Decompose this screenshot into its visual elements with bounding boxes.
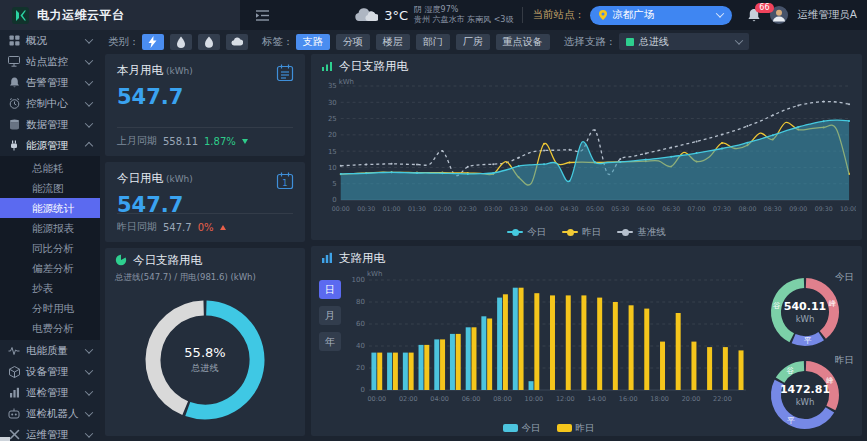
delta-value: 1.87% — [204, 136, 236, 147]
today-branch-line-panel: 今日支路用电 kWh0510152025303500:0000:3001:000… — [311, 54, 862, 240]
svg-text:30: 30 — [328, 99, 337, 107]
site-selector[interactable]: 凉都广场 — [590, 6, 732, 25]
dashboard-icon — [8, 35, 20, 47]
sidebar-collapse-button[interactable] — [256, 10, 269, 21]
legend-today[interactable]: 今日 — [503, 422, 541, 435]
sidebar-item-meter-reading[interactable]: 抄表 — [0, 278, 100, 298]
chevron-down-icon — [716, 9, 724, 17]
svg-text:平: 平 — [804, 336, 812, 345]
period-month-button[interactable]: 月 — [319, 306, 341, 325]
cloud-icon — [354, 8, 378, 22]
svg-text:02:00: 02:00 — [433, 205, 451, 212]
compare-label: 昨日同期 — [117, 220, 157, 234]
sidebar-item-tou-power[interactable]: 分时用电 — [0, 298, 100, 318]
sidebar-item-yoy-analysis[interactable]: 同比分析 — [0, 238, 100, 258]
line-chart: kWh0510152025303500:0000:3001:0001:3002:… — [311, 78, 862, 224]
calendar-day-icon: 1 — [275, 171, 295, 191]
svg-text:09:30: 09:30 — [815, 205, 833, 212]
svg-text:峰: 峰 — [829, 298, 837, 307]
category-electricity-button[interactable] — [142, 34, 164, 50]
sidebar-item-alarm-mgmt[interactable]: 告警管理 — [0, 72, 100, 93]
tag-plant-button[interactable]: 厂房 — [456, 34, 490, 50]
brand: 电力运维云平台 — [0, 0, 240, 30]
sidebar-item-control-center[interactable]: 控制中心 — [0, 93, 100, 114]
notification-bell[interactable]: 66 — [747, 8, 761, 23]
branch-donut-chart: 55.8% 总进线 — [105, 284, 305, 436]
app-logo-icon — [12, 7, 29, 24]
sidebar-item-power-quality[interactable]: 电能质量 — [0, 340, 100, 361]
period-year-button[interactable]: 年 — [319, 332, 341, 351]
sidebar-item-fee-analysis[interactable]: 电费分析 — [0, 318, 100, 338]
pie-chart-icon — [115, 254, 127, 266]
svg-text:100: 100 — [352, 276, 365, 284]
category-water-button[interactable] — [170, 34, 192, 50]
category-label: 类别 : — [108, 35, 136, 49]
alarm-bell-icon — [8, 77, 20, 89]
chevron-down-icon — [85, 408, 93, 416]
sidebar-item-total-energy[interactable]: 总能耗 — [0, 158, 100, 178]
weather-location: 贵州 六盘水市 东南风 <3级 — [414, 15, 513, 25]
branch-select[interactable]: 总进线 — [619, 33, 749, 50]
chevron-down-icon — [85, 429, 93, 437]
panel-title: 今日支路用电 — [133, 253, 202, 268]
compare-row: 昨日同期 547.7 0% — [117, 213, 293, 234]
horizontal-scrollbar-thumb[interactable] — [0, 437, 10, 441]
main-content: 类别 : 标签 : 支路 分项 楼层 部门 厂房 重点设备 选择支路 : 总进线 — [100, 30, 867, 441]
category-gas-button[interactable] — [226, 34, 248, 50]
sidebar-item-overview[interactable]: 概况 — [0, 30, 100, 51]
line-legend: 今日 昨日 基准线 — [311, 224, 862, 240]
svg-text:04:00: 04:00 — [535, 205, 553, 212]
svg-text:20:00: 20:00 — [682, 395, 701, 403]
sidebar-item-deviation-analysis[interactable]: 偏差分析 — [0, 258, 100, 278]
compare-value: 547.7 — [163, 222, 192, 233]
chevron-down-icon — [85, 387, 93, 395]
sidebar-item-site-monitor[interactable]: 站点监控 — [0, 51, 100, 72]
sidebar-item-device-mgmt[interactable]: 设备管理 — [0, 361, 100, 382]
svg-text:40: 40 — [356, 342, 365, 350]
user-name[interactable]: 运维管理员A — [797, 8, 857, 22]
period-day-button[interactable]: 日 — [319, 280, 341, 299]
chevron-down-icon — [85, 345, 93, 353]
lightning-icon — [148, 36, 157, 48]
svg-text:5: 5 — [332, 180, 336, 188]
panel-header: 今日支路用电 — [105, 248, 305, 272]
card-title: 本月用电 — [117, 63, 163, 77]
sidebar-item-inspection-robot[interactable]: 巡检机器人 — [0, 403, 100, 424]
tou-donut-label: 昨日 — [835, 354, 854, 367]
calendar-icon — [275, 63, 295, 83]
svg-text:20: 20 — [328, 131, 337, 139]
legend-today[interactable]: 今日 — [507, 226, 546, 239]
bar-legend: 今日 昨日 — [345, 420, 752, 436]
legend-yesterday[interactable]: 昨日 — [557, 422, 595, 435]
legend-baseline[interactable]: 基准线 — [617, 226, 666, 239]
sidebar-item-ops-mgmt[interactable]: 运维管理 — [0, 424, 100, 441]
sidebar-item-inspection-mgmt[interactable]: 巡检管理 — [0, 382, 100, 403]
flame-icon — [204, 36, 214, 48]
current-site-label: 当前站点 : — [532, 8, 581, 22]
chevron-down-icon — [85, 366, 93, 374]
sidebar-item-energy-flow[interactable]: 能流图 — [0, 178, 100, 198]
panel-title: 支路用电 — [339, 251, 385, 266]
svg-text:平: 平 — [787, 415, 795, 424]
tag-key-equipment-button[interactable]: 重点设备 — [496, 34, 550, 50]
svg-text:02:30: 02:30 — [459, 205, 477, 212]
tag-floor-button[interactable]: 楼层 — [376, 34, 410, 50]
temperature: 3°C — [384, 8, 408, 23]
right-column: 今日支路用电 kWh0510152025303500:0000:3001:000… — [311, 54, 862, 436]
weather-humidity: 湿度97% — [425, 5, 459, 14]
svg-text:kWh: kWh — [367, 270, 382, 278]
svg-text:03:00: 03:00 — [484, 205, 502, 212]
sidebar-item-energy-stats[interactable]: 能源统计 — [0, 198, 100, 218]
sidebar-item-energy-mgmt[interactable]: 能源管理 — [0, 135, 100, 156]
svg-text:35: 35 — [328, 82, 337, 90]
legend-yesterday[interactable]: 昨日 — [562, 226, 601, 239]
sidebar-item-energy-report[interactable]: 能源报表 — [0, 218, 100, 238]
tag-branch-button[interactable]: 支路 — [296, 34, 330, 50]
control-gauge-icon — [8, 98, 20, 110]
category-fire-button[interactable] — [198, 34, 220, 50]
tou-donut-today: 今日 峰平谷 540.11 kWh — [752, 270, 858, 353]
svg-text:06:30: 06:30 — [662, 205, 680, 212]
sidebar-item-data-mgmt[interactable]: 数据管理 — [0, 114, 100, 135]
tag-department-button[interactable]: 部门 — [416, 34, 450, 50]
tag-subitem-button[interactable]: 分项 — [336, 34, 370, 50]
